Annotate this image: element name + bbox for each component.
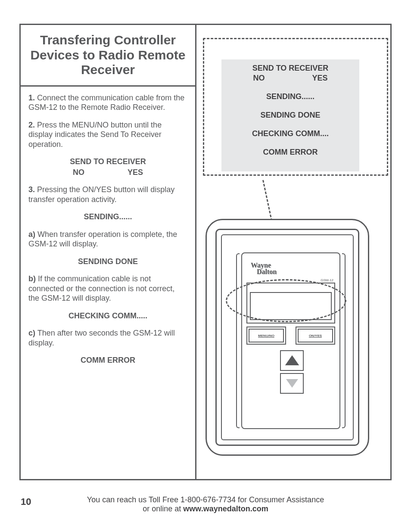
on-yes-button[interactable]: ON/YES bbox=[298, 329, 333, 342]
panel-rail-left bbox=[236, 253, 240, 428]
device-button-row: MENU/NO ON/YES bbox=[249, 329, 333, 344]
page-frame: Transfering Controller Devices to Radio … bbox=[19, 24, 392, 480]
lcd-checking: CHECKING COMM.... bbox=[221, 129, 359, 138]
left-column: Transfering Controller Devices to Radio … bbox=[21, 25, 196, 479]
display-no: NO bbox=[73, 168, 84, 177]
brand-logo: Wayne Dalton bbox=[251, 262, 277, 275]
page-title: Transfering Controller Devices to Radio … bbox=[25, 33, 191, 78]
lcd-send-title: SEND TO RECEIVER bbox=[221, 64, 359, 73]
panel-rail-right bbox=[342, 253, 346, 428]
display-sending-done: SENDING DONE bbox=[28, 257, 187, 267]
triangle-up-icon bbox=[286, 356, 298, 365]
step-a: a) When transfer operation is complete, … bbox=[28, 230, 187, 249]
step-1: 1. Connect the communication cable from … bbox=[28, 93, 187, 112]
display-sending: SENDING...... bbox=[28, 212, 187, 222]
step-c: c) Then after two seconds the GSM-12 wil… bbox=[28, 328, 187, 348]
model-label: GSM-12 bbox=[321, 278, 333, 282]
display-send-to-receiver: SEND TO RECEIVER NO YES bbox=[28, 157, 187, 177]
display-yes: YES bbox=[128, 168, 143, 177]
display-checking-comm: CHECKING COMM..... bbox=[28, 311, 187, 321]
device-bezel-inner: Wayne Dalton GSM-12 MENU/NO ON/YES bbox=[221, 234, 354, 440]
lcd-no: NO bbox=[253, 74, 265, 83]
title-box: Transfering Controller Devices to Radio … bbox=[21, 25, 195, 87]
step-b: b) If the communication cable is not con… bbox=[28, 274, 187, 303]
lcd-screen-enlarged: SEND TO RECEIVER NO YES SENDING...... SE… bbox=[221, 59, 359, 171]
step-2: 2. Press the MENU/NO button until the di… bbox=[28, 120, 187, 149]
footer-line-2: or online at www.waynedalton.com bbox=[0, 504, 411, 513]
footer: You can reach us Toll Free 1-800-676-773… bbox=[0, 495, 411, 513]
lcd-comm-error: COMM ERROR bbox=[221, 148, 359, 157]
menu-no-button[interactable]: MENU/NO bbox=[249, 329, 284, 342]
footer-line-1: You can reach us Toll Free 1-800-676-773… bbox=[0, 495, 411, 504]
lcd-sending-done: SENDING DONE bbox=[221, 111, 359, 120]
arrow-down-button[interactable] bbox=[280, 373, 304, 394]
device-bezel-outer: Wayne Dalton GSM-12 MENU/NO ON/YES bbox=[215, 229, 359, 446]
step-3: 3. Pressing the ON/YES button will displ… bbox=[28, 185, 187, 204]
lcd-sending: SENDING...... bbox=[221, 92, 359, 101]
callout-oval-small bbox=[226, 279, 346, 322]
device-illustration: Wayne Dalton GSM-12 MENU/NO ON/YES bbox=[206, 219, 369, 456]
triangle-down-icon bbox=[286, 379, 298, 388]
arrow-up-button[interactable] bbox=[280, 350, 304, 371]
instruction-body: 1. Connect the communication cable from … bbox=[21, 87, 195, 365]
display-comm-error: COMM ERROR bbox=[28, 355, 187, 365]
right-column: SEND TO RECEIVER NO YES SENDING...... SE… bbox=[198, 25, 392, 479]
lcd-yes: YES bbox=[312, 74, 327, 83]
